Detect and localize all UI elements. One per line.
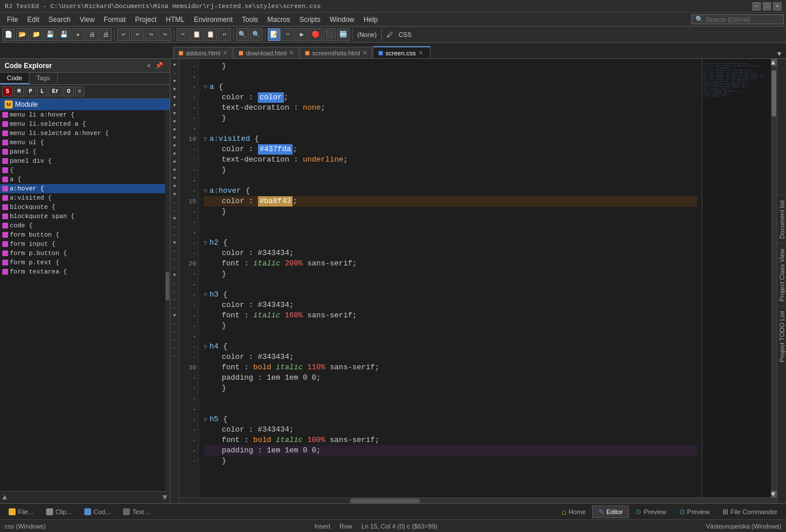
fold-btn-14[interactable]: ▼ [171,166,178,173]
hscroll-thumb[interactable] [350,499,420,503]
fold-btn-6[interactable]: ▼ [171,102,178,108]
fold-btn-27[interactable]: ▼ [171,271,178,278]
menu-edit[interactable]: Edit [23,14,44,25]
sidebar-er-btn[interactable]: Er [48,87,62,96]
search-btn[interactable]: 🔍 [236,28,249,41]
fold-btn-29[interactable]: – [171,287,178,294]
debug-button[interactable]: 🔴 [309,28,322,41]
list-item-brace[interactable]: { [0,166,165,175]
bottom-tab-clip[interactable]: Clip... [40,506,78,518]
fold-btn-33[interactable]: – [171,320,178,327]
favorites-button[interactable]: ★ [72,28,84,41]
fold-btn-7[interactable]: ▼ [171,110,178,117]
fold-tri-35[interactable]: ▽ [204,415,207,425]
tags-btn[interactable]: Tags [29,73,57,84]
code-btn[interactable]: Code [0,73,29,84]
save-all-button[interactable]: 💾 [58,28,70,41]
sidebar-icon1[interactable]: ≡ [75,87,84,96]
run-button[interactable]: ▶ [295,28,308,41]
fold-btn-2[interactable]: – [171,69,178,76]
fold-btn-32[interactable]: ▼ [171,312,178,319]
fold-btn-36[interactable]: – [171,344,178,351]
tab-scroll-right[interactable]: ▼ [775,50,784,58]
list-item-blockquote[interactable]: blockquote { [0,203,165,212]
copy-button[interactable]: 📋 [190,28,203,41]
editor-scroll-thumb[interactable] [772,70,776,117]
sidebar-s-btn[interactable]: S [2,87,13,96]
menu-environment[interactable]: Environment [189,14,237,25]
right-label-classview[interactable]: Project Class View [777,243,786,306]
fold-btn-24[interactable]: – [171,247,178,254]
fold-btn-9[interactable]: ▼ [171,126,178,133]
fold-btn-18[interactable]: – [171,198,178,205]
paste-button[interactable]: 📋 [204,28,217,41]
menu-help[interactable]: Help [359,14,383,25]
minimize-button[interactable]: ─ [753,2,761,10]
sidebar-scrollbar[interactable] [165,110,170,491]
list-item-menuul[interactable]: menu ul { [0,138,165,147]
menu-view[interactable]: View [75,14,99,25]
list-item-formtextarea[interactable]: form textarea { [0,267,165,276]
menu-format[interactable]: Format [99,14,130,25]
paste2-button[interactable]: ↩ [218,28,231,41]
fold-btn-19[interactable]: – [171,207,178,213]
right-label-todolist[interactable]: Project TODO List [777,306,786,367]
fold-btn-17[interactable]: ▼ [171,190,178,197]
sidebar-l-btn[interactable]: L [37,87,47,96]
editor-scroll-up[interactable]: ▲ [771,59,777,66]
sidebar-m-btn[interactable]: M [14,87,24,96]
list-item-ahover[interactable]: a:hover { [0,184,165,193]
fold-tri-28[interactable]: ▽ [204,342,207,353]
tab-screen-css[interactable]: ◼ screen.css ✕ [373,46,431,58]
new-file-button[interactable]: 📄 [2,28,15,41]
fold-btn-25[interactable]: – [171,255,178,262]
tab-screenshots[interactable]: ◼ screenshots.html ✕ [300,47,372,58]
fold-btn-11[interactable]: ▼ [171,142,178,149]
bottom-tab-preview1[interactable]: ⊙ Preview [629,505,672,518]
bottom-tab-preview2[interactable]: ⊙ Preview [673,505,716,518]
list-item-code[interactable]: code { [0,221,165,230]
fold-btn-23[interactable]: ▼ [171,239,178,246]
fold-btn-4[interactable]: ▼ [171,85,178,92]
fold-btn-35[interactable]: – [171,336,178,343]
fold-tri-8[interactable]: ▽ [204,134,207,145]
right-label-doclist[interactable]: Document list [777,195,786,243]
bottom-tab-file[interactable]: File... [2,506,40,518]
bottom-tab-text[interactable]: Text ... [117,506,157,518]
tab-screen-css-close[interactable]: ✕ [418,50,423,56]
fold-btn-1[interactable]: ▼ [171,61,178,68]
fold-btn-28[interactable]: – [171,279,178,286]
fold-tri-23[interactable]: ▽ [204,290,207,301]
menu-search-box[interactable]: 🔍 [691,14,784,24]
menu-project[interactable]: Project [130,14,161,25]
code-view-button[interactable]: 📝 [268,28,280,41]
open-button[interactable]: 📂 [16,28,29,41]
tab-addons-close[interactable]: ✕ [223,50,227,56]
menu-tools[interactable]: Tools [237,14,263,25]
menu-window[interactable]: Window [325,14,359,25]
search-input[interactable] [706,16,775,23]
fold-btn-31[interactable]: – [171,304,178,310]
list-item-formbutton[interactable]: form button { [0,230,165,239]
fold-btn-3[interactable]: ▼ [171,77,178,84]
sidebar-scroll-up[interactable]: ▲ [2,493,7,502]
print2-button[interactable]: 🖨 [99,28,112,41]
list-item-blockquotespan[interactable]: blockquote span { [0,212,165,221]
menu-file[interactable]: File [2,14,23,25]
tab-download[interactable]: ◼ download.html ✕ [233,47,299,58]
html-tools-button[interactable]: ✂ [282,28,294,41]
close-button[interactable]: ✕ [773,2,781,10]
sidebar-scroll-down[interactable]: ▼ [163,493,167,502]
redo2-button[interactable]: ↪ [159,28,171,41]
redo-button[interactable]: ↪ [145,28,158,41]
tab-screenshots-close[interactable]: ✕ [362,50,367,56]
tab-download-close[interactable]: ✕ [289,50,294,56]
fold-tri-18[interactable]: ▽ [204,238,207,249]
horizontal-scroll[interactable] [179,497,777,503]
fold-btn-12[interactable]: ▼ [171,150,178,157]
list-item-menuliahover[interactable]: menu li a:hover { [0,110,165,119]
undo-button[interactable]: ↩ [117,28,130,41]
fold-btn-21[interactable]: – [171,223,178,230]
list-item-a[interactable]: a { [0,175,165,184]
fold-btn-16[interactable]: ▼ [171,182,178,189]
